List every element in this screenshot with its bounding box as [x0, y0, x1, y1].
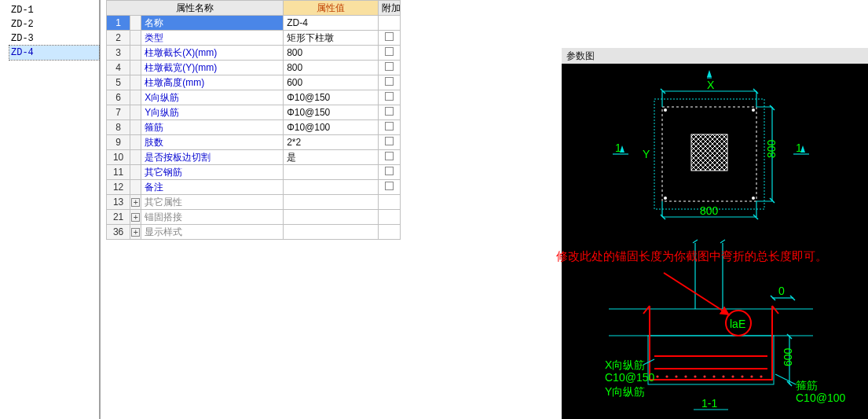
row-number: 8 [107, 120, 130, 135]
table-row[interactable]: 11其它钢筋 [107, 165, 401, 180]
annotation-text: 修改此处的锚固长度为你截图中弯折的总长度即可。 [556, 248, 868, 264]
extra-checkbox[interactable] [378, 105, 400, 120]
checkbox-icon [385, 107, 394, 116]
label-lae: laE [730, 318, 745, 330]
table-row[interactable]: 1名称ZD-4 [107, 16, 401, 31]
table-row[interactable]: 9肢数2*2 [107, 135, 401, 150]
prop-name: 名称 [141, 16, 284, 31]
prop-value[interactable] [284, 225, 379, 240]
prop-value[interactable]: Φ10@150 [284, 105, 379, 120]
prop-name: 类型 [141, 31, 284, 46]
svg-rect-1 [691, 134, 727, 171]
expand-toggle [130, 135, 141, 150]
svg-point-9 [665, 375, 668, 377]
extra-checkbox[interactable] [378, 90, 400, 105]
svg-point-4 [752, 108, 755, 112]
extra-checkbox[interactable] [378, 61, 400, 75]
tree-item-zd2[interactable]: ZD-2 [9, 17, 99, 31]
expand-toggle [130, 180, 141, 195]
prop-name: 柱墩截长(X)(mm) [141, 46, 284, 61]
label-one-a: 1 [615, 142, 621, 154]
diagram-body: X 800 800 Y 1 1 [562, 64, 868, 419]
checkbox-icon [385, 122, 394, 130]
prop-value[interactable]: 800 [284, 46, 379, 61]
table-row[interactable]: 12备注 [107, 180, 401, 195]
tree-item-zd1[interactable]: ZD-1 [9, 3, 99, 17]
svg-point-16 [731, 375, 734, 377]
grid-header-row: 属性名称 属性值 附加 [107, 1, 401, 16]
extra-checkbox[interactable] [378, 75, 400, 90]
extra-checkbox [378, 16, 400, 31]
table-row[interactable]: 7Y向纵筋Φ10@150 [107, 105, 401, 120]
prop-value[interactable]: ZD-4 [284, 16, 379, 31]
prop-value[interactable] [284, 195, 379, 210]
svg-point-15 [722, 375, 724, 377]
prop-value[interactable]: 2*2 [284, 135, 379, 150]
svg-point-13 [703, 375, 705, 377]
prop-value[interactable]: 800 [284, 61, 379, 75]
table-row[interactable]: 13+其它属性 [107, 195, 401, 210]
expand-toggle [130, 61, 141, 75]
expand-toggle [130, 165, 141, 180]
table-row[interactable]: 5柱墩高度(mm)600 [107, 75, 401, 90]
expand-toggle[interactable]: + [130, 225, 141, 240]
label-one-b: 1 [796, 142, 802, 154]
label-stirrup-val: C10@100 [796, 391, 845, 404]
expand-toggle[interactable]: + [130, 195, 141, 210]
extra-checkbox[interactable] [378, 150, 400, 165]
prop-value[interactable]: Φ10@150 [284, 90, 379, 105]
extra-checkbox[interactable] [378, 31, 400, 46]
prop-value[interactable] [284, 180, 379, 195]
row-number: 11 [107, 165, 130, 180]
svg-point-18 [750, 375, 753, 377]
prop-value[interactable] [284, 210, 379, 225]
expand-toggle [130, 120, 141, 135]
prop-value[interactable] [284, 165, 379, 180]
extra-checkbox[interactable] [378, 135, 400, 150]
table-row[interactable]: 6X向纵筋Φ10@150 [107, 90, 401, 105]
expand-toggle[interactable]: + [130, 210, 141, 225]
extra-checkbox[interactable] [378, 180, 400, 195]
label-height: 800 [765, 139, 778, 158]
diagram-svg: X 800 800 Y 1 1 [562, 64, 868, 419]
header-extra: 附加 [378, 1, 400, 16]
table-row[interactable]: 3柱墩截长(X)(mm)800 [107, 46, 401, 61]
expand-toggle [130, 105, 141, 120]
tree-item-zd4[interactable]: ZD-4 [9, 46, 99, 60]
prop-value[interactable]: Φ10@100 [284, 120, 379, 135]
extra-checkbox[interactable] [378, 165, 400, 180]
table-row[interactable]: 4柱墩截宽(Y)(mm)800 [107, 61, 401, 75]
tree-item-zd3[interactable]: ZD-3 [9, 31, 99, 46]
label-section-tag: 1-1 [701, 397, 717, 410]
expand-toggle [130, 150, 141, 165]
checkbox-icon [385, 137, 394, 145]
property-grid: 属性名称 属性值 附加 1名称ZD-42类型矩形下柱墩3柱墩截长(X)(mm)8… [106, 0, 401, 240]
label-zero: 0 [778, 285, 785, 297]
prop-name: 其它属性 [141, 195, 284, 210]
prop-value[interactable]: 是 [284, 150, 379, 165]
header-name: 属性名称 [107, 1, 284, 16]
extra-checkbox[interactable] [378, 46, 400, 61]
prop-name: Y向纵筋 [141, 105, 284, 120]
label-yrein: Y向纵筋 [605, 385, 645, 398]
row-number: 10 [107, 150, 130, 165]
prop-value[interactable]: 矩形下柱墩 [284, 31, 379, 46]
svg-point-3 [664, 108, 667, 112]
svg-point-10 [675, 375, 677, 377]
row-number: 21 [107, 210, 130, 225]
table-row[interactable]: 36+显示样式 [107, 225, 401, 240]
label-xrein-val: C10@150 [605, 371, 654, 384]
extra-checkbox [378, 210, 400, 225]
prop-value[interactable]: 600 [284, 75, 379, 90]
table-row[interactable]: 10是否按板边切割是 [107, 150, 401, 165]
checkbox-icon [385, 167, 394, 175]
table-row[interactable]: 2类型矩形下柱墩 [107, 31, 401, 46]
prop-name: 显示样式 [141, 225, 284, 240]
extra-checkbox[interactable] [378, 120, 400, 135]
row-number: 13 [107, 195, 130, 210]
checkbox-icon [385, 152, 394, 160]
table-row[interactable]: 21+锚固搭接 [107, 210, 401, 225]
plus-icon: + [131, 213, 140, 222]
table-row[interactable]: 8箍筋Φ10@100 [107, 120, 401, 135]
checkbox-icon [385, 32, 394, 41]
